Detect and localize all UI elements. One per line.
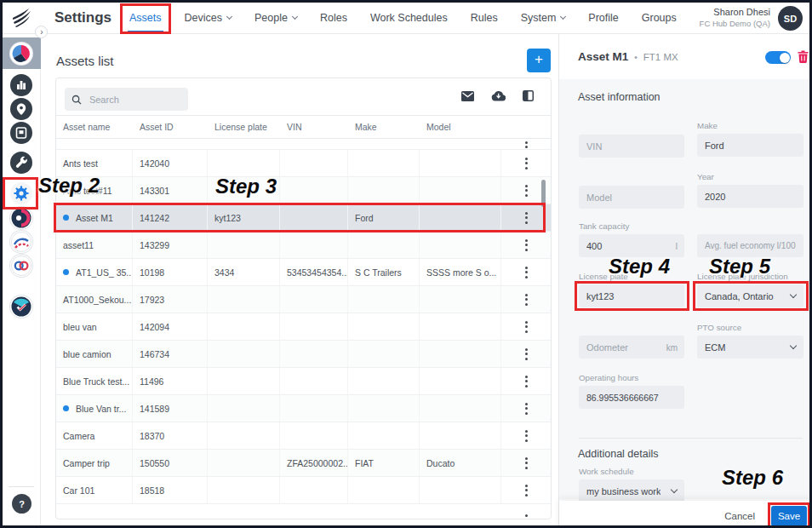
table-row[interactable]: Ants test 142040	[56, 150, 551, 177]
sidebar-expand-button[interactable]	[35, 26, 48, 38]
license-plate-input[interactable]	[579, 284, 684, 307]
tab-rules[interactable]: Rules	[471, 3, 498, 33]
cell-license-plate	[208, 177, 280, 204]
cell-license-plate	[208, 477, 280, 503]
help-button[interactable]: ?	[12, 494, 31, 514]
year-input[interactable]	[697, 185, 803, 208]
tab-groups[interactable]: Groups	[642, 3, 677, 33]
table-row[interactable]: bleu van 142094	[56, 313, 551, 341]
jurisdiction-field: License plate jurisdiction Canada, Ontar…	[697, 272, 803, 307]
jurisdiction-select[interactable]: Canada, Ontario	[697, 284, 803, 307]
tab-work-schedules[interactable]: Work Schedules	[370, 3, 448, 33]
row-menu-button[interactable]	[501, 422, 551, 449]
product-logo-2-icon[interactable]	[10, 231, 32, 253]
table-row[interactable]: Camper trip 150550 ZFA25000002... FIAT D…	[56, 450, 551, 477]
row-menu-button[interactable]	[501, 313, 551, 340]
cell-model	[420, 341, 501, 367]
panel-asset-name: Asset M1	[578, 50, 628, 63]
table-scrollbar-thumb[interactable]	[541, 180, 546, 207]
model-input[interactable]	[579, 186, 684, 209]
panel-device-name: FT1 MX	[643, 52, 678, 62]
table-row[interactable]: Blue Truck test... 11496	[56, 368, 551, 395]
tab-profile[interactable]: Profile	[588, 3, 618, 33]
col-license-plate[interactable]: License plate	[208, 122, 280, 132]
table-row[interactable]: asset11 143299	[56, 232, 551, 259]
avg-fuel-input[interactable]	[697, 234, 803, 257]
col-asset-name[interactable]: Asset name	[56, 122, 133, 132]
cell-make	[348, 232, 420, 258]
product-logo-4-icon[interactable]	[10, 296, 32, 318]
download-icon[interactable]	[491, 90, 506, 101]
row-menu-button[interactable]	[501, 232, 551, 258]
tank-capacity-input[interactable]	[579, 234, 684, 257]
cancel-button[interactable]: Cancel	[724, 511, 755, 521]
tab-devices[interactable]: Devices	[185, 3, 232, 33]
work-schedule-select[interactable]: my business work	[579, 479, 684, 502]
table-row[interactable]: AT1_US_ 35... 10198 3434 53453454354... …	[56, 259, 551, 286]
table-row[interactable]: Blue Van tr... 141589	[56, 395, 551, 422]
cell-vin	[280, 232, 348, 258]
table-row[interactable]: blue camion 146734	[56, 341, 551, 368]
make-input[interactable]	[697, 134, 803, 157]
row-menu-button[interactable]	[501, 286, 551, 313]
make-label: Make	[697, 121, 803, 130]
row-menu-button[interactable]	[501, 341, 551, 367]
avatar[interactable]: SD	[778, 6, 803, 31]
save-button[interactable]: Save	[771, 506, 807, 526]
table-header: Asset name Asset ID License plate VIN Ma…	[56, 116, 551, 139]
table-row[interactable]: Ants test#11 143301	[56, 177, 551, 204]
pto-source-select[interactable]: ECM	[697, 336, 803, 359]
operating-hours-input[interactable]	[579, 386, 684, 409]
search-input[interactable]	[88, 94, 181, 106]
col-make[interactable]: Make	[348, 122, 420, 132]
settings-gear-icon[interactable]	[10, 182, 32, 204]
tab-system[interactable]: System	[521, 3, 566, 33]
add-asset-button[interactable]: +	[527, 49, 551, 72]
operating-hours-field: Operating hours	[579, 373, 684, 409]
tab-roles[interactable]: Roles	[320, 3, 347, 33]
product-logo-1-icon[interactable]	[10, 207, 32, 229]
row-menu-button[interactable]	[501, 477, 551, 503]
vin-input[interactable]	[579, 135, 684, 158]
cell-asset-name: Camper trip	[56, 450, 133, 476]
col-asset-id[interactable]: Asset ID	[133, 122, 208, 132]
row-menu-button[interactable]	[501, 450, 551, 476]
cell-asset-name: AT1000_Sekou...	[56, 286, 133, 313]
cell-model: SSSS more S o...	[420, 259, 501, 285]
app-logo-icon[interactable]	[10, 43, 32, 65]
col-vin[interactable]: VIN	[280, 122, 348, 132]
cell-asset-id: 10198	[133, 259, 208, 285]
table-row[interactable]: Car 101 18518	[56, 477, 551, 504]
cell-asset-name: asset11	[56, 232, 133, 258]
section-additional-details: Additional details	[578, 448, 659, 460]
email-icon[interactable]	[461, 91, 474, 101]
table-row[interactable]: Camera 18370	[56, 422, 551, 450]
search-box[interactable]	[65, 88, 188, 111]
kebab-menu-icon	[522, 290, 531, 309]
table-row[interactable]: Asset M1 141242 kyt123 Ford	[56, 204, 551, 232]
row-menu-button[interactable]	[501, 395, 551, 422]
dashboard-bar-chart-icon[interactable]	[10, 74, 32, 96]
assets-table-card: Asset name Asset ID License plate VIN Ma…	[55, 77, 552, 519]
row-menu-button[interactable]	[501, 150, 551, 176]
pto-source-label: PTO source	[697, 323, 803, 332]
tab-assets[interactable]: Assets	[129, 3, 162, 33]
col-model[interactable]: Model	[420, 122, 501, 132]
tab-people[interactable]: People	[254, 3, 297, 33]
columns-view-icon[interactable]	[523, 90, 534, 101]
row-menu-button[interactable]	[501, 204, 551, 231]
table-row[interactable]: AT1000_Sekou... 17923	[56, 286, 551, 313]
location-pin-icon[interactable]	[10, 98, 32, 120]
row-menu-button[interactable]	[501, 259, 551, 285]
cell-asset-name: Ants test#11	[56, 177, 133, 204]
work-schedule-field: Work schedule my business work	[579, 467, 684, 502]
section-asset-information: Asset information	[578, 91, 660, 103]
device-icon[interactable]	[10, 122, 32, 144]
avg-fuel-field	[697, 234, 803, 257]
tools-wrench-icon[interactable]	[10, 152, 32, 174]
kebab-menu-icon	[522, 454, 531, 473]
row-menu-button[interactable]	[501, 368, 551, 394]
asset-active-toggle[interactable]	[765, 51, 791, 64]
delete-asset-icon[interactable]	[798, 50, 809, 63]
product-logo-3-icon[interactable]	[10, 255, 32, 277]
